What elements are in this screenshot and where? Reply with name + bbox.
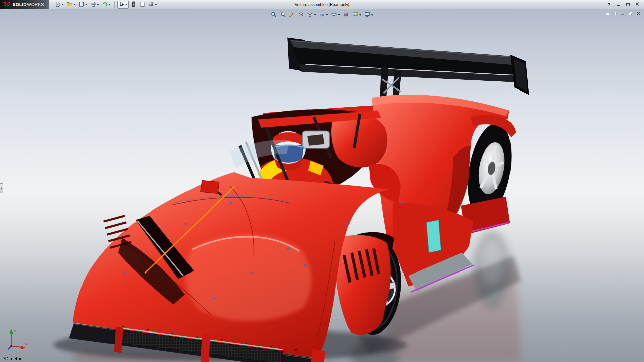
maximize-button[interactable] bbox=[625, 2, 631, 8]
show-pane-alt-button[interactable] bbox=[612, 11, 618, 16]
magnifier-rect-icon bbox=[280, 11, 286, 19]
minimize-button[interactable] bbox=[615, 2, 622, 8]
document-lines-icon bbox=[140, 1, 145, 8]
shaded-cube-icon bbox=[319, 11, 325, 19]
help-button[interactable]: ? bbox=[606, 2, 612, 8]
printer-icon bbox=[90, 1, 96, 8]
document-window-controls bbox=[604, 11, 641, 16]
file-properties-button[interactable] bbox=[139, 1, 146, 9]
open-button[interactable] bbox=[66, 1, 76, 9]
doc-restore-button[interactable] bbox=[628, 11, 634, 16]
document-title: Voiture assemblee [Read-only] bbox=[294, 0, 349, 9]
cursor-arrow-icon bbox=[119, 1, 124, 8]
display-style-button[interactable] bbox=[318, 11, 329, 19]
open-dropdown-caret[interactable] bbox=[73, 4, 75, 5]
view-orientation-dropdown-caret[interactable] bbox=[314, 14, 316, 16]
app-name: SOLIDWORKS bbox=[13, 2, 44, 7]
page-icon bbox=[55, 1, 61, 8]
headsup-view-toolbar bbox=[270, 11, 374, 19]
3d-drawing-view-button[interactable] bbox=[288, 11, 296, 19]
flyout-arrow-icon bbox=[1, 187, 2, 190]
undo-dropdown-caret[interactable] bbox=[109, 4, 111, 5]
apply-scene-dropdown-caret[interactable] bbox=[359, 14, 361, 16]
ds-logo-icon bbox=[3, 1, 11, 8]
print-dropdown-caret[interactable] bbox=[97, 4, 99, 5]
pencil-icon bbox=[289, 11, 295, 19]
show-pane-button[interactable] bbox=[604, 11, 610, 16]
window-controls: ? bbox=[606, 2, 644, 8]
featuremanager-flyout-tab[interactable] bbox=[0, 183, 3, 193]
color-sphere-icon bbox=[343, 11, 349, 19]
cut-cube-icon bbox=[298, 11, 304, 19]
orientation-triad: y x bbox=[4, 325, 31, 353]
maximize-icon bbox=[626, 3, 630, 6]
zoom-to-fit-button[interactable] bbox=[270, 11, 277, 19]
save-dropdown-caret[interactable] bbox=[85, 4, 87, 5]
doc-minimize-button[interactable] bbox=[620, 11, 626, 16]
zoom-to-area-button[interactable] bbox=[279, 11, 286, 19]
help-icon: ? bbox=[608, 2, 610, 7]
folder-icon bbox=[67, 1, 72, 8]
doc-close-icon bbox=[636, 11, 641, 17]
pane-icon bbox=[605, 11, 610, 17]
wireframe-cube-icon bbox=[307, 11, 313, 19]
edit-appearance-button[interactable] bbox=[342, 11, 350, 19]
graphics-area[interactable]: y x *Dimetric bbox=[0, 9, 644, 362]
monitor-icon bbox=[364, 11, 370, 19]
glasses-icon bbox=[331, 11, 337, 19]
solidworks-window: SOLIDWORKS bbox=[0, 0, 644, 362]
rebuild-button[interactable] bbox=[130, 1, 138, 9]
options-button[interactable] bbox=[147, 1, 158, 9]
new-file-dropdown-caret[interactable] bbox=[62, 4, 64, 5]
display-style-dropdown-caret[interactable] bbox=[326, 14, 328, 16]
titlebar: SOLIDWORKS bbox=[0, 0, 644, 9]
floppy-disk-icon bbox=[78, 1, 84, 8]
magnifier-icon bbox=[271, 11, 277, 19]
toolbar-separator bbox=[114, 1, 115, 8]
main-toolbar bbox=[54, 1, 158, 9]
gear-icon bbox=[148, 1, 154, 8]
save-button[interactable] bbox=[77, 1, 88, 9]
view-settings-dropdown-caret[interactable] bbox=[371, 14, 373, 16]
minimize-icon bbox=[617, 5, 620, 6]
options-dropdown-caret[interactable] bbox=[155, 4, 157, 5]
print-button[interactable] bbox=[89, 1, 100, 9]
select-dropdown-caret[interactable] bbox=[125, 4, 127, 5]
solidworks-logo: SOLIDWORKS bbox=[0, 0, 49, 9]
triad-x-label: x bbox=[25, 342, 28, 346]
car-3d-model[interactable] bbox=[0, 9, 644, 362]
traffic-light-icon bbox=[131, 1, 137, 8]
undo-button[interactable] bbox=[101, 1, 112, 9]
view-orientation-button[interactable] bbox=[306, 11, 317, 19]
view-settings-button[interactable] bbox=[364, 11, 374, 19]
hide-show-items-dropdown-caret[interactable] bbox=[338, 14, 340, 16]
new-file-button[interactable] bbox=[54, 1, 65, 9]
hide-show-items-button[interactable] bbox=[330, 11, 341, 19]
doc-close-button[interactable] bbox=[635, 11, 641, 16]
close-icon bbox=[635, 2, 639, 7]
doc-minimize-icon bbox=[621, 11, 625, 17]
section-view-button[interactable] bbox=[297, 11, 305, 19]
doc-restore-icon bbox=[628, 11, 633, 17]
curved-arrow-icon bbox=[102, 1, 108, 8]
triad-y-label: y bbox=[14, 329, 16, 333]
select-button[interactable] bbox=[117, 1, 129, 9]
view-orientation-label: *Dimetric bbox=[3, 356, 22, 361]
close-button[interactable] bbox=[634, 2, 641, 8]
pane-split-icon bbox=[613, 11, 618, 17]
apply-scene-button[interactable] bbox=[352, 11, 362, 19]
scene-icon bbox=[352, 11, 358, 19]
